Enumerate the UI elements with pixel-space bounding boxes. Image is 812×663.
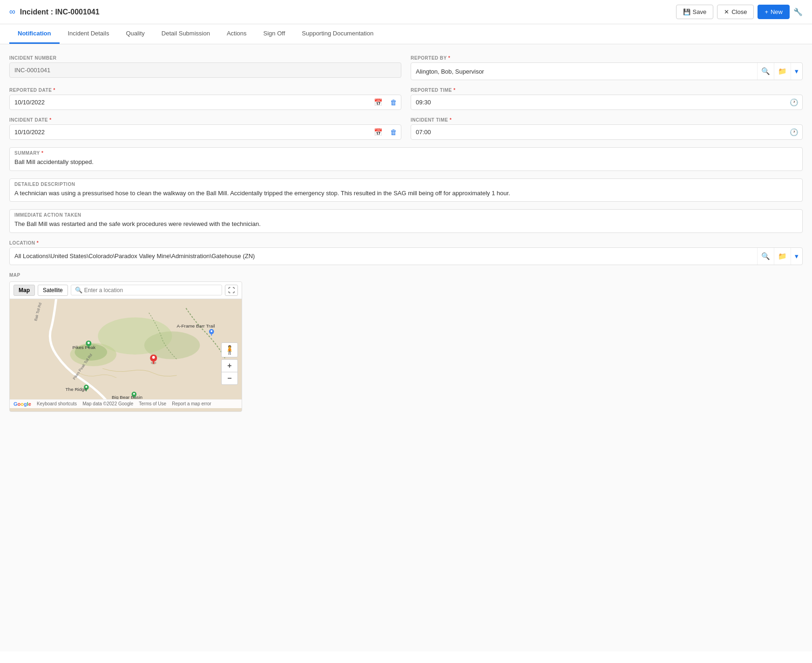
tab-sign-off[interactable]: Sign Off [255, 24, 294, 44]
reported-date-input[interactable] [10, 95, 370, 109]
google-logo: Google [14, 401, 31, 407]
map-type-satellite-button[interactable]: Satellite [38, 285, 68, 296]
immediate-action-label: IMMEDIATE ACTION TAKEN [10, 210, 802, 219]
map-zoom-out-button[interactable]: − [222, 372, 237, 384]
reported-date-field: 📅 🗑 [9, 95, 401, 110]
wrench-icon: 🔧 [793, 8, 803, 16]
plus-icon: + [765, 8, 768, 15]
tab-supporting-documentation[interactable]: Supporting Documentation [293, 24, 382, 44]
location-label: LOCATION [9, 240, 803, 246]
settings-button[interactable]: 🔧 [793, 5, 803, 19]
map-section: MAP Map Satellite 🔍 ⛶ [9, 273, 803, 412]
close-icon: ✕ [724, 8, 729, 15]
reported-by-field: Alington, Bob, Supervisor 🔍 📁 ▾ [411, 62, 803, 80]
new-button[interactable]: + New [758, 5, 790, 19]
tab-incident-details[interactable]: Incident Details [60, 24, 118, 44]
svg-point-8 [210, 330, 212, 332]
map-zoom-controls: + − [221, 359, 238, 385]
reported-date-group: REPORTED DATE 📅 🗑 [9, 88, 401, 110]
incident-number-input [10, 63, 401, 77]
map-terms-of-use[interactable]: Terms of Use [139, 401, 166, 407]
reported-time-label: REPORTED TIME [411, 88, 803, 93]
detailed-description-label: DETAILED DESCRIPTION [10, 179, 802, 188]
location-group: LOCATION All Locations\United States\Col… [9, 240, 803, 265]
incident-date-input[interactable] [10, 125, 370, 139]
reported-time-input[interactable] [411, 95, 786, 109]
location-browse-icon[interactable]: 📁 [774, 248, 791, 265]
reported-by-search-icon[interactable]: 🔍 [757, 63, 774, 80]
incident-time-clock-icon[interactable]: 🕐 [786, 128, 802, 137]
incident-number-label: INCIDENT NUMBER [9, 55, 401, 61]
map-toolbar: Map Satellite 🔍 ⛶ [10, 282, 242, 299]
detailed-description-field: DETAILED DESCRIPTION A technician was us… [9, 178, 803, 202]
summary-label: SUMMARY * [10, 148, 802, 157]
svg-point-7 [88, 342, 90, 344]
immediate-action-field: IMMEDIATE ACTION TAKEN The Ball Mill was… [9, 209, 803, 233]
map-svg: Pikes Peak A-Frame Barr Trail The Ridge … [10, 299, 242, 408]
reported-time-group: REPORTED TIME 🕐 [411, 88, 803, 110]
incident-date-group: INCIDENT DATE 📅 🗑 [9, 117, 401, 140]
svg-text:Pikes Peak: Pikes Peak [72, 345, 95, 350]
incident-time-label: INCIDENT TIME [411, 117, 803, 123]
reported-by-dropdown-icon[interactable]: ▾ [791, 63, 802, 80]
map-controls: 🧍 + − [221, 342, 238, 385]
main-content: INCIDENT NUMBER REPORTED BY Alington, Bo… [0, 44, 812, 651]
summary-value: Ball Mill accidentally stopped. [10, 157, 802, 171]
location-search-icon[interactable]: 🔍 [757, 248, 774, 265]
tab-actions[interactable]: Actions [218, 24, 255, 44]
map-search-box[interactable]: 🔍 [71, 285, 222, 295]
map-keyboard-shortcuts[interactable]: Keyboard shortcuts [37, 401, 77, 407]
reported-date-label: REPORTED DATE [9, 88, 401, 93]
save-icon: 💾 [683, 8, 690, 15]
svg-text:The Ridge: The Ridge [66, 386, 87, 391]
svg-text:A-Frame Barr Trail: A-Frame Barr Trail [177, 323, 215, 328]
reported-date-clear-icon[interactable]: 🗑 [386, 98, 401, 106]
reported-date-calendar-icon[interactable]: 📅 [370, 98, 386, 107]
map-fullscreen-button[interactable]: ⛶ [225, 285, 238, 296]
svg-text:Big Bear Basin: Big Bear Basin [112, 394, 142, 399]
map-footer: Google Keyboard shortcuts Map data ©2022… [10, 399, 242, 408]
incident-date-field: 📅 🗑 [9, 124, 401, 140]
map-type-map-button[interactable]: Map [14, 285, 35, 296]
map-search-icon: 🔍 [75, 287, 82, 294]
incident-date-calendar-icon[interactable]: 📅 [370, 128, 386, 137]
reported-time-field: 🕐 [411, 95, 803, 110]
map-container[interactable]: Map Satellite 🔍 ⛶ [9, 281, 242, 412]
tab-quality[interactable]: Quality [117, 24, 153, 44]
detailed-description-value: A technician was using a pressurised hos… [10, 188, 802, 202]
location-value: All Locations\United States\Colorado\Par… [10, 249, 757, 263]
immediate-action-value: The Ball Mill was restarted and the safe… [10, 219, 802, 232]
map-body: Pikes Peak A-Frame Barr Trail The Ridge … [10, 299, 242, 408]
map-search-input[interactable] [84, 287, 218, 294]
incident-date-label: INCIDENT DATE [9, 117, 401, 123]
reported-by-group: REPORTED BY Alington, Bob, Supervisor 🔍 … [411, 55, 803, 80]
summary-field: SUMMARY * Ball Mill accidentally stopped… [9, 147, 803, 171]
map-data-credit: Map data ©2022 Google [82, 401, 133, 407]
location-dropdown-icon[interactable]: ▾ [791, 248, 802, 265]
incident-time-group: INCIDENT TIME 🕐 [411, 117, 803, 140]
incident-time-input[interactable] [411, 125, 786, 139]
location-field: All Locations\United States\Colorado\Par… [9, 247, 803, 265]
reported-by-value: Alington, Bob, Supervisor [411, 64, 757, 79]
tab-notification[interactable]: Notification [9, 24, 60, 44]
close-button[interactable]: ✕ Close [717, 5, 754, 19]
map-report-error[interactable]: Report a map error [172, 401, 211, 407]
svg-point-6 [152, 355, 155, 358]
reported-time-clock-icon[interactable]: 🕐 [786, 98, 802, 107]
incident-time-field: 🕐 [411, 124, 803, 140]
incident-number-field [9, 62, 401, 78]
page-title: Incident : INC-0001041 [20, 8, 100, 16]
reported-by-label: REPORTED BY [411, 55, 803, 61]
app-logo: ∞ [9, 7, 15, 17]
map-label: MAP [9, 273, 803, 278]
incident-number-group: INCIDENT NUMBER [9, 55, 401, 80]
save-button[interactable]: 💾 Save [676, 5, 714, 19]
map-street-view-button[interactable]: 🧍 [221, 342, 238, 357]
tab-detail-submission[interactable]: Detail Submission [153, 24, 218, 44]
tab-bar: Notification Incident Details Quality De… [0, 24, 812, 44]
map-zoom-in-button[interactable]: + [222, 360, 237, 372]
reported-by-browse-icon[interactable]: 📁 [774, 63, 791, 80]
incident-date-clear-icon[interactable]: 🗑 [386, 128, 401, 136]
